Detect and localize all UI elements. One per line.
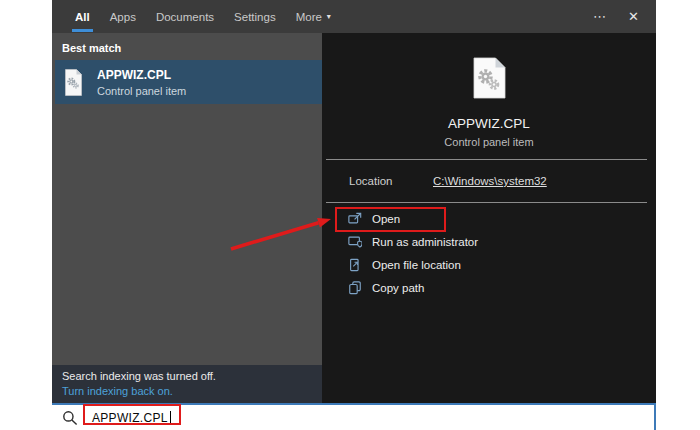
search-icon: [62, 410, 78, 426]
indexing-notice: Search indexing was turned off. Turn ind…: [52, 365, 322, 403]
tab-apps-label: Apps: [110, 11, 136, 23]
location-link[interactable]: C:\Windows\system32: [433, 175, 547, 187]
filter-tabs: All Apps Documents Settings More ▾: [52, 0, 331, 33]
location-label: Location: [349, 175, 433, 187]
tab-documents-label: Documents: [156, 11, 214, 23]
tab-all-label: All: [75, 11, 90, 23]
ellipsis-menu-icon[interactable]: ⋯: [593, 9, 607, 24]
action-run-as-administrator-label: Run as administrator: [372, 236, 478, 248]
indexing-link[interactable]: Turn indexing back on.: [62, 385, 322, 397]
open-file-location-icon: [348, 258, 362, 272]
annotation-box-search: [83, 404, 181, 425]
action-run-as-administrator[interactable]: Run as administrator: [322, 230, 656, 253]
location-row: Location C:\Windows\system32: [322, 160, 656, 202]
chevron-down-icon: ▾: [327, 12, 331, 21]
topbar-controls: ⋯ ✕: [593, 0, 656, 33]
divider: [326, 202, 647, 203]
tab-all[interactable]: All: [75, 0, 90, 33]
best-match-header: Best match: [52, 33, 322, 54]
action-open-file-location[interactable]: Open file location: [322, 253, 656, 276]
annotation-box-open: [335, 207, 446, 232]
results-panel: Best match APPWIZ.CPL Control panel item: [52, 33, 322, 365]
action-open-file-location-label: Open file location: [372, 259, 461, 271]
tab-more[interactable]: More ▾: [296, 0, 331, 33]
tab-more-label: More: [296, 11, 322, 23]
search-filter-bar: All Apps Documents Settings More ▾ ⋯ ✕: [52, 0, 656, 33]
tab-apps[interactable]: Apps: [110, 0, 136, 33]
best-match-title: APPWIZ.CPL: [97, 68, 186, 82]
tab-documents[interactable]: Documents: [156, 0, 214, 33]
detail-title: APPWIZ.CPL: [322, 116, 656, 131]
tab-settings-label: Settings: [234, 11, 276, 23]
detail-subtitle: Control panel item: [322, 136, 656, 148]
best-match-subtitle: Control panel item: [97, 85, 186, 97]
action-copy-path[interactable]: Copy path: [322, 276, 656, 299]
run-as-administrator-icon: [348, 235, 362, 249]
action-copy-path-label: Copy path: [372, 282, 424, 294]
tab-settings[interactable]: Settings: [234, 0, 276, 33]
copy-path-icon: [348, 281, 362, 295]
cpl-file-icon: [473, 57, 506, 99]
search-flyout-screenshot: All Apps Documents Settings More ▾ ⋯ ✕: [0, 0, 700, 430]
indexing-message: Search indexing was turned off.: [62, 370, 322, 382]
cpl-file-icon: [65, 69, 82, 96]
best-match-texts: APPWIZ.CPL Control panel item: [97, 68, 186, 97]
best-match-result[interactable]: APPWIZ.CPL Control panel item: [55, 60, 322, 104]
detail-icon-wrap: [322, 33, 656, 103]
close-icon[interactable]: ✕: [628, 9, 639, 24]
